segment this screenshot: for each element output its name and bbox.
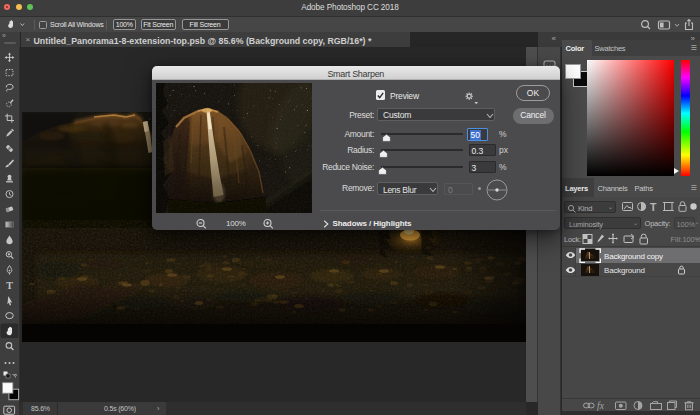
- svg-text:fx: fx: [597, 401, 605, 411]
- svg-text:T: T: [6, 280, 13, 291]
- svg-text:T: T: [650, 201, 657, 213]
